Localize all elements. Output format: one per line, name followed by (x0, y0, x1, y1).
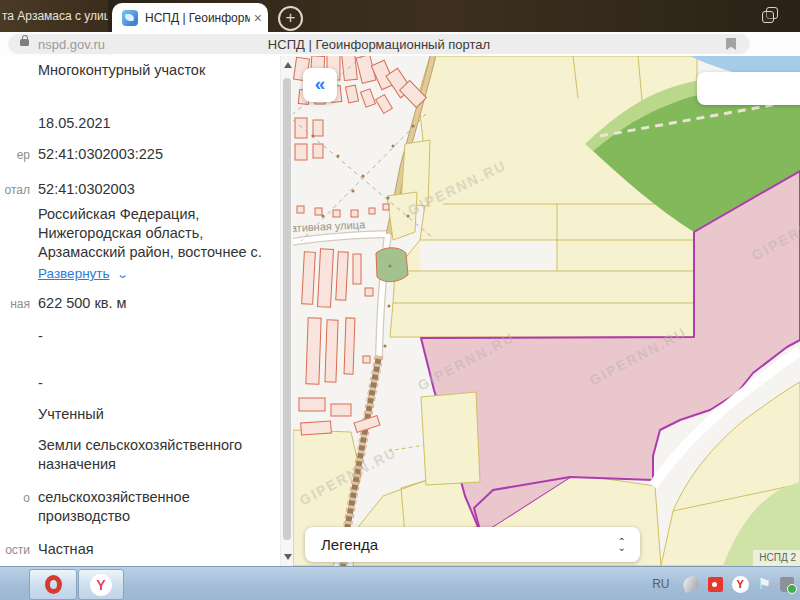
info-label-fragment: отал (0, 180, 32, 197)
map-graphics: ативная улица GIPERNN.RU GIPERNN.RU GIPE… (293, 56, 800, 566)
scrollbar-thumb[interactable] (283, 78, 291, 540)
yandex-browser-icon: Y (90, 574, 112, 596)
panel-scrollbar[interactable] (280, 56, 293, 566)
info-value: - (38, 327, 43, 346)
tab-close-icon[interactable]: × (254, 10, 262, 26)
info-row: - (0, 327, 280, 346)
info-row: ная622 500 кв. м (0, 294, 280, 313)
tray-yandex-icon[interactable]: Y (732, 576, 749, 593)
info-label-fragment (0, 436, 32, 439)
pond (376, 248, 408, 282)
info-row: Многоконтурный участок (0, 61, 280, 80)
info-label-fragment (0, 264, 32, 267)
chevron-down-icon: ⌄ (116, 265, 129, 284)
nspd-favicon-icon (122, 10, 138, 26)
info-value: Учтенный (38, 405, 104, 424)
info-label-fragment: о (0, 488, 32, 505)
info-label-fragment: ости (0, 540, 32, 557)
address-bar: nspd.gov.ru НСПД | Геоинформационный пор… (0, 32, 800, 56)
info-value: Многоконтурный участок (38, 61, 205, 80)
map-popup-box (697, 72, 800, 105)
language-indicator[interactable]: RU (652, 577, 669, 591)
info-label-fragment (0, 114, 32, 117)
address-page-title: НСПД | Геоинформационный портал (8, 37, 750, 52)
info-value: Земли сельскохозяйственного назначения (38, 436, 242, 474)
info-value: 52:41:0302003:225 (38, 145, 163, 164)
map-canvas[interactable]: ативная улица GIPERNN.RU GIPERNN.RU GIPE… (293, 56, 800, 566)
expand-link[interactable]: Развернуть⌄ (38, 264, 127, 284)
tab-nspd-active[interactable]: НСПД | Геоинформаци × (112, 3, 268, 32)
info-value: 622 500 кв. м (38, 294, 127, 313)
info-row: остиЧастная (0, 540, 280, 559)
info-value: 52:41:0302003 (38, 180, 135, 199)
tray-record-icon[interactable] (708, 577, 723, 592)
info-label-fragment (0, 405, 32, 408)
info-value: Российская Федерация, Нижегородская обла… (38, 205, 262, 262)
taskbar-yandex-button[interactable]: Y (78, 569, 124, 600)
side-panels-icon[interactable] (762, 7, 778, 23)
info-value: 18.05.2021 (38, 114, 111, 133)
scroll-down-icon[interactable] (284, 554, 292, 560)
os-taskbar: Y RU Y ⚑ (0, 566, 800, 600)
legend-bar[interactable]: Легенда ⌃⌄ (305, 527, 640, 562)
safely-remove-usb-icon[interactable] (780, 577, 794, 592)
action-center-flag-icon[interactable]: ⚑ (758, 575, 771, 593)
info-value: сельскохозяйственное производство (38, 488, 190, 526)
address-input[interactable]: nspd.gov.ru НСПД | Геоинформационный пор… (8, 34, 750, 54)
info-row: Российская Федерация, Нижегородская обла… (0, 205, 280, 262)
info-row: осельскохозяйственное производство (0, 488, 280, 526)
info-row: - (0, 374, 280, 393)
info-row: 18.05.2021 (0, 114, 280, 133)
system-tray: RU Y ⚑ (652, 567, 800, 600)
info-label-fragment (0, 327, 32, 330)
info-value: Частная (38, 540, 94, 559)
info-label-fragment (0, 374, 32, 377)
legend-label: Легенда (321, 536, 618, 553)
scroll-up-icon[interactable] (284, 62, 292, 68)
tray-app-icon[interactable] (681, 575, 701, 594)
panel-collapse-button[interactable]: « (303, 68, 337, 102)
info-row: Земли сельскохозяйственного назначения (0, 436, 280, 474)
info-row: Развернуть⌄ (0, 264, 280, 284)
info-value: - (38, 374, 43, 393)
new-tab-button[interactable]: + (278, 6, 303, 31)
taskbar-opera-button[interactable] (29, 569, 77, 600)
parcel-info-panel: Многоконтурный участок18.05.2021ер52:41:… (0, 56, 280, 566)
info-label-fragment: ная (0, 294, 32, 311)
info-label-fragment (0, 205, 32, 208)
map-attribution: НСПД 2 (753, 550, 800, 566)
opera-icon (45, 575, 62, 594)
info-row: Учтенный (0, 405, 280, 424)
tab-arzamas-map[interactable]: та Арзамаса с улицам (0, 0, 108, 32)
info-label-fragment: ер (0, 145, 32, 162)
info-row: отал52:41:0302003 (0, 180, 280, 199)
inset-parcel (421, 392, 480, 485)
info-label-fragment (0, 61, 32, 64)
parcel-info-rows: Многоконтурный участок18.05.2021ер52:41:… (0, 56, 280, 559)
tab-title: НСПД | Геоинформаци (145, 11, 250, 25)
legend-expand-icon[interactable]: ⌃⌄ (618, 539, 626, 551)
browser-tab-bar: та Арзамаса с улицам НСПД | Геоинформаци… (0, 0, 800, 32)
info-row: ер52:41:0302003:225 (0, 145, 280, 164)
